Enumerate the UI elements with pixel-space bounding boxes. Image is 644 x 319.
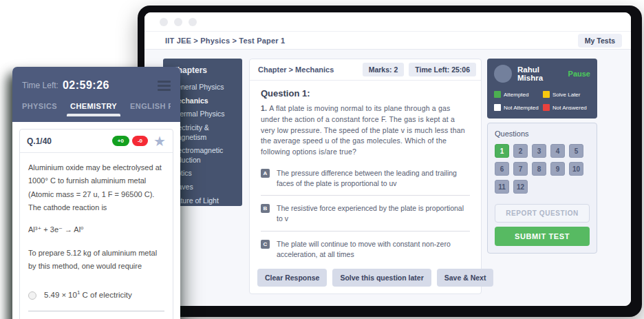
legend-label: Not Answered: [552, 105, 587, 111]
cathode-reaction-equation: Al³⁺ + 3e⁻ → Al⁰: [28, 225, 164, 234]
legend-item: Not Answered: [543, 104, 590, 111]
question-number-button[interactable]: 8: [532, 162, 546, 176]
avatar: [494, 65, 512, 83]
window-control-dot[interactable]: [160, 18, 168, 26]
question-number-grid: 1 2 3 4 5 6 7: [495, 144, 590, 194]
window-control-dot[interactable]: [174, 18, 182, 26]
save-next-button[interactable]: Save & Next: [437, 269, 494, 287]
bookmark-star-icon[interactable]: ★: [153, 136, 166, 146]
option-row[interactable]: A The pressure difference between the le…: [261, 161, 470, 196]
question-footer: Clear Response Solve this question later…: [250, 263, 481, 294]
question-number-button[interactable]: 6: [495, 162, 509, 176]
mobile-question-header: Q.1/40 +0 -0 ★: [20, 130, 173, 153]
question-number-button[interactable]: 7: [513, 162, 528, 176]
mobile-test-card: Time Left: 02:59:26 PHYSICS CHEMISTRY EN…: [12, 67, 180, 319]
subject-tab[interactable]: CHEMISTRY: [70, 102, 117, 116]
mobile-time-row: Time Left: 02:59:26: [22, 77, 171, 93]
option-letter-badge: C: [261, 240, 270, 249]
mobile-option-text: 5.49×101 C of electricity: [44, 290, 134, 300]
option-text: The plate will continue to move with con…: [277, 239, 470, 260]
question-number-button[interactable]: 1: [495, 144, 509, 158]
question-card: Chapter > Mechanics Marks: 2 Time Left: …: [249, 59, 482, 294]
option-row[interactable]: B The resistive force experienced by the…: [261, 196, 470, 231]
question-number-button[interactable]: 5: [569, 144, 583, 158]
question-card-header: Chapter > Mechanics Marks: 2 Time Left: …: [250, 59, 481, 81]
page-content: Chapters General Physics Mechanics Therm…: [144, 50, 631, 306]
my-tests-button[interactable]: My Tests: [578, 34, 622, 48]
legend-item: Solve Later: [543, 91, 590, 98]
options-list: A The pressure difference between the le…: [261, 161, 470, 263]
question-number-button[interactable]: 12: [513, 180, 528, 194]
mobile-option-row[interactable]: 5.49×101 C of electricity: [28, 286, 164, 311]
solve-later-button[interactable]: Solve this question later: [332, 269, 431, 287]
submit-test-button[interactable]: SUBMIT TEST: [495, 227, 590, 246]
user-name: Rahul Mishra: [517, 65, 563, 82]
menu-icon[interactable]: [158, 77, 171, 93]
option-letter-badge: B: [261, 204, 270, 213]
questions-panel-title: Questions: [495, 130, 590, 138]
status-legend: Attempted Solve Later Not Attempted: [494, 91, 590, 111]
question-title: Question 1:: [261, 88, 470, 99]
time-left-value: 02:59:26: [63, 79, 109, 92]
breadcrumb-bar: IIT JEE > Physics > Test Paper 1 My Test…: [144, 32, 631, 50]
report-question-button[interactable]: REPORT QUESTION: [495, 204, 590, 223]
legend-swatch: [494, 104, 501, 111]
legend-swatch: [543, 104, 550, 111]
question-number-button[interactable]: 11: [495, 180, 509, 194]
question-paragraph: Aluminium oxide may be electrolysed at 1…: [28, 161, 164, 214]
time-left-label: Time Left:: [22, 81, 58, 90]
positive-marks-badge: +0: [112, 136, 129, 146]
subject-tabs: PHYSICS CHEMISTRY ENGLISH PROFICIENCY: [22, 102, 171, 116]
window-control-dot[interactable]: [189, 18, 197, 26]
browser-window-inner: IIT JEE > Physics > Test Paper 1 My Test…: [144, 12, 631, 306]
power-of-ten: 101: [68, 291, 80, 299]
question-paragraph: To prepare 5.12 kg of aluminium metal by…: [28, 247, 164, 274]
question-body: Question 1: 1.A flat plate is moving nor…: [250, 81, 481, 263]
mobile-question-content: Aluminium oxide may be electrolysed at 1…: [20, 153, 173, 319]
question-number-button[interactable]: 9: [550, 162, 565, 176]
question-number-button[interactable]: 10: [569, 162, 583, 176]
question-number-button[interactable]: 2: [513, 144, 528, 158]
legend-label: Not Attempted: [504, 105, 539, 111]
mobile-question-box: Q.1/40 +0 -0 ★ Aluminium oxide may be el…: [19, 129, 173, 319]
time-left-badge: Time Left: 25:06: [409, 63, 476, 76]
option-text: The resistive force experienced by the p…: [277, 203, 470, 224]
mobile-body: Q.1/40 +0 -0 ★ Aluminium oxide may be el…: [12, 122, 180, 319]
question-number-button[interactable]: 3: [532, 144, 546, 158]
legend-item: Attempted: [494, 91, 541, 98]
option-text: The pressure difference between the lead…: [277, 168, 470, 189]
radio-icon[interactable]: [28, 291, 36, 300]
mobile-header: Time Left: 02:59:26 PHYSICS CHEMISTRY EN…: [12, 67, 180, 122]
negative-marks-badge: -0: [132, 136, 148, 146]
mobile-options-list: 5.49×101 C of electricity 5.49×104 C of …: [28, 286, 164, 319]
user-box: Rahul Mishra Pause Attempted: [487, 59, 597, 119]
marks-badge: Marks: 2: [363, 63, 405, 76]
chapter-breadcrumb: Chapter > Mechanics: [258, 65, 358, 74]
user-row: Rahul Mishra Pause: [494, 65, 590, 83]
question-counter: Q.1/40: [27, 136, 109, 146]
option-letter-badge: A: [261, 169, 270, 178]
legend-label: Attempted: [504, 92, 528, 98]
legend-item: Not Attempted: [494, 104, 541, 111]
question-text: 1.A flat plate is moving normal to its p…: [261, 103, 470, 158]
legend-label: Solve Later: [552, 92, 580, 98]
subject-tab[interactable]: ENGLISH PROFICIENCY: [130, 102, 171, 116]
breadcrumb[interactable]: IIT JEE > Physics > Test Paper 1: [165, 37, 285, 45]
legend-swatch: [494, 91, 501, 98]
question-number: 1.: [261, 104, 267, 112]
question-number-button[interactable]: 4: [550, 144, 565, 158]
option-row[interactable]: C The plate will continue to move with c…: [261, 231, 470, 263]
window-titlebar: [144, 12, 631, 32]
right-panel: Rahul Mishra Pause Attempted: [487, 59, 597, 254]
pause-button[interactable]: Pause: [568, 70, 590, 78]
browser-window: IIT JEE > Physics > Test Paper 1 My Test…: [138, 6, 642, 317]
clear-response-button[interactable]: Clear Response: [257, 269, 327, 287]
subject-tab[interactable]: PHYSICS: [22, 102, 57, 116]
question-statement: A flat plate is moving normal to its pla…: [261, 104, 465, 156]
questions-panel: Questions 1 2 3 4 5: [487, 123, 597, 254]
legend-swatch: [543, 91, 550, 98]
